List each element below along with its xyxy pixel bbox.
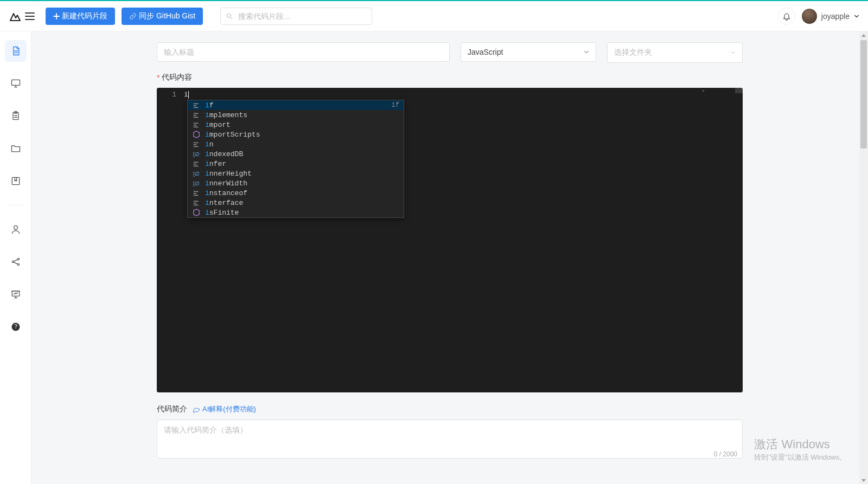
bookmark-icon (10, 176, 21, 186)
search-input[interactable] (220, 8, 372, 25)
chevron-down-icon (730, 50, 736, 55)
svg-rect-19 (194, 125, 196, 126)
sidebar-item-clipboard[interactable] (5, 105, 27, 127)
monitor-icon (10, 78, 21, 89)
folder-icon (10, 143, 21, 154)
suggestion-item[interactable]: [∅]indexedDB (188, 149, 404, 159)
editor-code-area[interactable]: i ififimplementsimportimportScriptsin[∅]… (184, 88, 743, 392)
suggestion-label: instanceof (205, 189, 399, 198)
presentation-icon (10, 289, 21, 300)
suggestion-label: interface (205, 198, 399, 208)
sidebar-item-snippets[interactable] (5, 40, 27, 62)
sidebar-item-desktop[interactable] (5, 73, 27, 94)
title-input[interactable] (157, 42, 450, 62)
suggestion-label: innerWidth (205, 179, 399, 188)
sidebar-divider (7, 205, 24, 205)
share-icon (10, 256, 21, 267)
bell-icon (782, 12, 791, 21)
plus-icon (53, 13, 60, 20)
suggestion-item[interactable]: infer (188, 159, 404, 169)
notifications-button[interactable] (778, 8, 795, 25)
sync-gist-label: 同步 GitHub Gist (139, 11, 195, 21)
svg-rect-20 (194, 127, 199, 128)
folder-select[interactable]: 选择文件夹 (607, 42, 743, 63)
svg-rect-30 (194, 191, 199, 192)
sync-gist-button[interactable]: 同步 GitHub Gist (122, 8, 203, 25)
desc-textarea-wrap: 0 / 2000 (157, 420, 743, 460)
svg-text:[∅]: [∅] (193, 180, 200, 186)
suggestion-item[interactable]: implements (188, 110, 404, 120)
svg-rect-12 (194, 104, 199, 105)
sidebar-item-presentation[interactable] (5, 283, 27, 305)
suggestion-label: if (205, 101, 387, 110)
desc-label-row: 代码简介 AI解释(付费功能) (157, 404, 743, 414)
scroll-up-button[interactable] (859, 31, 868, 39)
svg-rect-27 (194, 166, 199, 167)
suggestion-label: import (205, 120, 399, 130)
suggestion-kind-icon (192, 159, 201, 168)
suggestion-item[interactable]: import (188, 120, 404, 130)
required-marker: * (157, 73, 159, 82)
user-menu[interactable]: joyapple (802, 9, 859, 24)
scroll-down-button[interactable] (859, 476, 868, 484)
svg-rect-25 (194, 162, 199, 163)
sidebar-item-folders[interactable] (5, 138, 27, 159)
suggestion-kind-icon (192, 130, 201, 139)
suggestion-item[interactable]: [∅]innerWidth (188, 178, 404, 188)
search-field (220, 8, 372, 25)
clipboard-icon (10, 111, 21, 121)
code-label-text: 代码内容 (162, 73, 192, 82)
logo-block (9, 10, 35, 23)
svg-rect-15 (194, 113, 199, 114)
suggestion-kind-icon (192, 111, 201, 119)
editor-minimap[interactable] (699, 88, 743, 392)
suggestion-item[interactable]: [∅]innerHeight (188, 169, 404, 178)
sidebar-item-share[interactable] (5, 251, 27, 273)
suggestion-kind-icon (192, 140, 201, 149)
suggestion-kind-icon: [∅] (192, 179, 201, 188)
suggestion-kind-icon (192, 189, 201, 197)
ai-explain-link[interactable]: AI解释(付费功能) (193, 404, 256, 414)
svg-rect-18 (194, 123, 199, 124)
suggestion-item[interactable]: isFinite (188, 208, 404, 217)
sidebar-item-profile[interactable] (5, 218, 27, 240)
chat-icon (193, 405, 200, 413)
scroll-thumb[interactable] (860, 40, 867, 149)
suggestion-detail: if (392, 101, 399, 110)
avatar (802, 9, 817, 24)
suggestion-label: isFinite (205, 208, 399, 217)
svg-point-0 (227, 14, 231, 17)
char-counter: 0 / 2000 (714, 450, 737, 458)
search-icon (226, 12, 233, 20)
editor-cursor (188, 91, 189, 99)
suggestion-item[interactable]: interface (188, 198, 404, 208)
suggestion-item[interactable]: instanceof (188, 188, 404, 198)
suggestion-label: indexedDB (205, 150, 399, 159)
suggestion-item[interactable]: in (188, 139, 404, 149)
suggestion-kind-icon (192, 198, 201, 207)
svg-text:[∅]: [∅] (193, 151, 200, 157)
suggestion-label: importScripts (205, 130, 399, 139)
user-icon (10, 224, 21, 235)
menu-toggle-icon[interactable] (25, 12, 35, 20)
vertical-scrollbar[interactable] (859, 31, 868, 484)
svg-rect-14 (194, 107, 199, 108)
svg-text:[∅]: [∅] (193, 171, 200, 177)
content-scroll[interactable]: JavaScript 选择文件夹 * (31, 31, 868, 484)
svg-point-5 (14, 225, 17, 229)
svg-rect-31 (194, 193, 196, 194)
code-editor[interactable]: 1 i ififimplementsimportimportScriptsin[… (157, 88, 743, 392)
language-select[interactable]: JavaScript (461, 42, 596, 62)
suggestion-kind-icon (192, 101, 201, 109)
desc-label: 代码简介 (157, 404, 187, 414)
header-fields-row: JavaScript 选择文件夹 (157, 42, 743, 73)
sidebar-item-bookmark[interactable] (5, 170, 27, 192)
new-snippet-button[interactable]: 新建代码片段 (46, 8, 115, 25)
svg-rect-13 (194, 105, 196, 106)
suggestion-label: innerHeight (205, 169, 399, 178)
desc-textarea[interactable] (157, 420, 743, 459)
suggestion-item[interactable]: ifif (188, 100, 404, 110)
svg-rect-34 (194, 203, 196, 204)
sidebar-item-help[interactable]: ? (5, 316, 27, 338)
suggestion-item[interactable]: importScripts (188, 130, 404, 139)
